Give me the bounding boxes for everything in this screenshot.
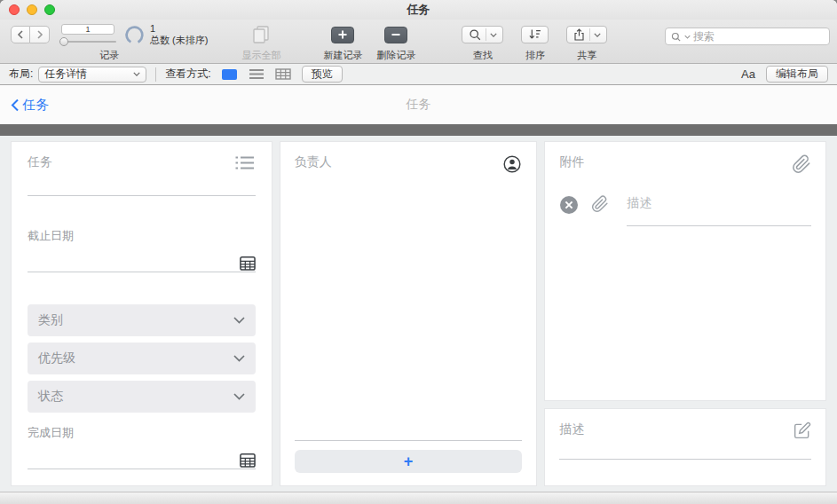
task-list-icon[interactable] xyxy=(234,154,256,172)
search-icon xyxy=(670,31,682,43)
table-view-button[interactable] xyxy=(273,67,293,82)
category-label: 类别 xyxy=(38,312,63,328)
find-button[interactable] xyxy=(462,26,503,43)
sort-icon xyxy=(527,28,542,42)
minimize-button[interactable] xyxy=(27,4,37,15)
records-group-label: 记录 xyxy=(99,49,119,62)
chevron-down-icon xyxy=(133,72,140,76)
attachments-label: 附件 xyxy=(559,154,584,170)
task-field[interactable] xyxy=(28,195,256,196)
search-field[interactable] xyxy=(665,28,830,45)
chevron-down-icon[interactable] xyxy=(594,33,601,37)
priority-dropdown[interactable]: 优先级 xyxy=(28,343,256,374)
preview-button[interactable]: 预览 xyxy=(302,66,343,83)
new-record-button[interactable] xyxy=(331,27,354,43)
right-column: 附件 xyxy=(544,141,826,486)
view-mode-group xyxy=(220,67,293,82)
attachment-paperclip-icon[interactable] xyxy=(591,195,609,213)
chevron-down-icon[interactable] xyxy=(684,35,691,39)
share-button[interactable] xyxy=(566,26,607,43)
app-window: 任务 1 xyxy=(0,0,837,504)
status-dropdown[interactable]: 状态 xyxy=(28,381,256,413)
table-view-icon xyxy=(275,68,291,80)
share-label: 共享 xyxy=(577,49,596,62)
plus-icon: + xyxy=(404,453,414,469)
delete-record-label: 删除记录 xyxy=(376,49,415,62)
record-header: 任务 任务 xyxy=(0,85,837,124)
form-view-button[interactable] xyxy=(220,67,240,82)
new-record-group: 新建记录 xyxy=(323,23,362,62)
assignee-portal-row[interactable] xyxy=(295,440,523,441)
layout-bar: 布局: 任务详情 查看方式: xyxy=(0,64,837,85)
delete-record-group: 删除记录 xyxy=(376,23,415,62)
search-input[interactable] xyxy=(693,30,825,43)
assignee-panel: 负责人 + xyxy=(280,141,538,486)
record-count-number: 1 xyxy=(150,23,208,35)
priority-label: 优先级 xyxy=(38,350,75,366)
slider-handle[interactable] xyxy=(59,37,68,46)
show-all-button[interactable] xyxy=(250,25,272,44)
view-as-label: 查看方式: xyxy=(165,67,210,82)
description-label: 描述 xyxy=(559,421,584,437)
bottom-status-bar xyxy=(0,492,837,504)
divider xyxy=(155,67,156,82)
calendar-icon[interactable] xyxy=(240,256,256,271)
minus-icon xyxy=(391,29,401,40)
back-label: 任务 xyxy=(22,97,49,114)
layout-label: 布局: xyxy=(9,67,33,82)
share-icon xyxy=(572,28,586,42)
traffic-lights xyxy=(9,4,55,15)
records-group: 1 1 总数 (未排序) 记录 xyxy=(11,23,208,62)
attachment-description-label: 描述 xyxy=(627,195,811,211)
list-view-button[interactable] xyxy=(247,67,266,82)
next-record-button[interactable] xyxy=(30,26,50,43)
calendar-icon[interactable] xyxy=(240,453,256,468)
window-title: 任务 xyxy=(407,2,430,18)
due-date-label: 截止日期 xyxy=(28,228,256,244)
back-button[interactable]: 任务 xyxy=(11,97,49,114)
record-number-field[interactable]: 1 xyxy=(61,24,114,35)
description-panel: 描述 xyxy=(544,408,826,486)
add-assignee-button[interactable]: + xyxy=(295,450,523,473)
button-divider xyxy=(589,28,590,41)
edit-icon[interactable] xyxy=(794,421,811,439)
edit-layout-button[interactable]: 编辑布局 xyxy=(766,66,828,83)
show-all-label: 显示全部 xyxy=(241,49,280,62)
paperclip-icon[interactable] xyxy=(792,154,811,174)
slide-control-bar xyxy=(0,124,837,136)
category-dropdown[interactable]: 类别 xyxy=(28,304,256,336)
layout-select[interactable]: 任务详情 xyxy=(38,67,146,83)
record-body: 任务 截止日期 类别 xyxy=(0,136,837,492)
record-count: 1 总数 (未排序) xyxy=(150,23,208,45)
chevron-down-icon xyxy=(233,355,245,362)
status-toolbar: 1 1 总数 (未排序) 记录 xyxy=(0,20,837,64)
sort-group: 排序 xyxy=(521,23,549,62)
due-date-field[interactable] xyxy=(28,244,256,272)
remove-attachment-button[interactable] xyxy=(559,195,579,215)
record-count-total: 总数 (未排序) xyxy=(150,35,208,46)
description-field[interactable] xyxy=(559,459,811,460)
find-label: 查找 xyxy=(473,49,493,62)
chevron-down-icon[interactable] xyxy=(490,33,497,37)
search-icon xyxy=(468,28,482,42)
plus-icon xyxy=(337,29,348,40)
formatting-bar-button[interactable]: Aa xyxy=(736,67,761,81)
circle-x-icon xyxy=(559,195,579,215)
previous-record-button[interactable] xyxy=(11,26,30,43)
chevron-left-icon xyxy=(17,30,24,39)
share-group: 共享 xyxy=(566,23,607,62)
status-label: 状态 xyxy=(38,389,63,405)
sort-label: 排序 xyxy=(525,49,545,62)
completion-date-field[interactable] xyxy=(28,441,256,469)
person-icon[interactable] xyxy=(502,154,522,174)
sort-button[interactable] xyxy=(521,26,549,43)
close-button[interactable] xyxy=(9,4,20,15)
completion-date-label: 完成日期 xyxy=(28,425,256,441)
zoom-button[interactable] xyxy=(44,4,55,15)
delete-record-button[interactable] xyxy=(384,27,407,43)
attachment-row: 描述 xyxy=(559,195,811,226)
task-panel: 任务 截止日期 类别 xyxy=(11,141,272,486)
titlebar: 任务 xyxy=(0,0,837,20)
record-slider[interactable] xyxy=(59,37,116,46)
attachment-description-field[interactable] xyxy=(627,225,811,226)
